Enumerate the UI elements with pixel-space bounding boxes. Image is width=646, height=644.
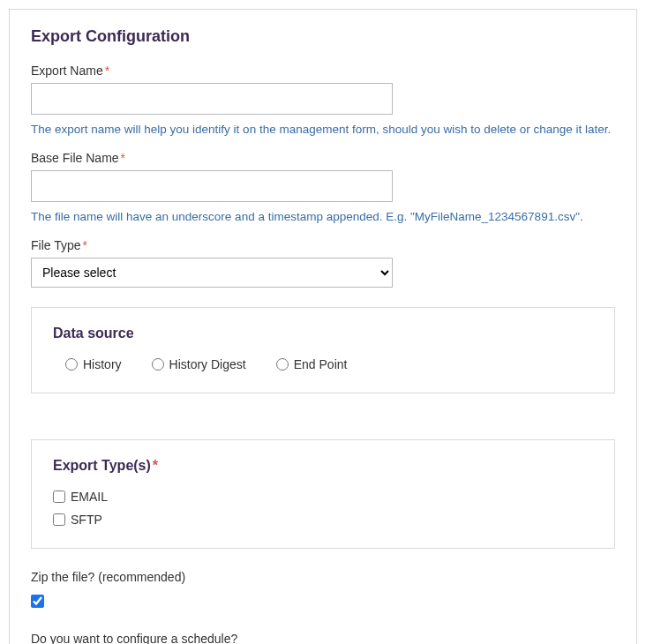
- export-types-panel: Export Type(s)* EMAIL SFTP: [31, 439, 615, 549]
- export-name-label: Export Name*: [31, 64, 615, 78]
- export-name-label-text: Export Name: [31, 64, 103, 78]
- base-file-name-input[interactable]: [31, 170, 393, 202]
- file-type-field: File Type* Please select: [31, 238, 615, 288]
- export-type-sftp[interactable]: SFTP: [53, 513, 593, 527]
- radio-history-digest-label: History Digest: [169, 357, 246, 371]
- data-source-options: History History Digest End Point: [53, 357, 593, 371]
- base-file-name-field: Base File Name*: [31, 151, 615, 202]
- export-name-field: Export Name*: [31, 64, 615, 115]
- export-type-email[interactable]: EMAIL: [53, 490, 593, 504]
- base-file-name-helper: The file name will have an underscore an…: [31, 209, 615, 226]
- schedule-label: Do you want to configure a schedule?: [31, 632, 615, 644]
- radio-history-label: History: [83, 357, 122, 371]
- base-file-name-label-text: Base File Name: [31, 151, 119, 165]
- checkbox-email-label: EMAIL: [71, 490, 108, 504]
- data-source-history-digest[interactable]: History Digest: [152, 357, 246, 371]
- zip-label: Zip the file? (recommended): [31, 570, 615, 584]
- base-file-name-label: Base File Name*: [31, 151, 615, 165]
- data-source-end-point[interactable]: End Point: [276, 357, 348, 371]
- export-configuration-panel: Export Configuration Export Name* The ex…: [9, 9, 637, 644]
- export-name-helper: The export name will help you identify i…: [31, 122, 615, 139]
- export-types-options: EMAIL SFTP: [53, 490, 593, 527]
- export-types-title-text: Export Type(s): [53, 458, 151, 473]
- checkbox-sftp-label: SFTP: [71, 513, 102, 527]
- radio-history-digest[interactable]: [152, 358, 164, 371]
- data-source-history[interactable]: History: [65, 357, 122, 371]
- data-source-title: Data source: [53, 326, 593, 341]
- file-type-select[interactable]: Please select: [31, 258, 393, 288]
- file-type-label: File Type*: [31, 238, 615, 252]
- radio-end-point[interactable]: [276, 358, 289, 371]
- required-mark: *: [121, 151, 125, 165]
- export-name-input[interactable]: [31, 83, 393, 115]
- zip-checkbox[interactable]: [31, 595, 44, 608]
- required-mark: *: [153, 458, 158, 473]
- radio-end-point-label: End Point: [294, 357, 348, 371]
- export-types-title: Export Type(s)*: [53, 458, 593, 474]
- required-mark: *: [105, 64, 109, 78]
- panel-title: Export Configuration: [31, 27, 615, 46]
- spacer: [31, 393, 615, 420]
- checkbox-email[interactable]: [53, 490, 65, 503]
- required-mark: *: [83, 238, 87, 252]
- data-source-panel: Data source History History Digest End P…: [31, 307, 615, 393]
- radio-history[interactable]: [65, 358, 78, 371]
- file-type-label-text: File Type: [31, 238, 81, 252]
- checkbox-sftp[interactable]: [53, 513, 65, 526]
